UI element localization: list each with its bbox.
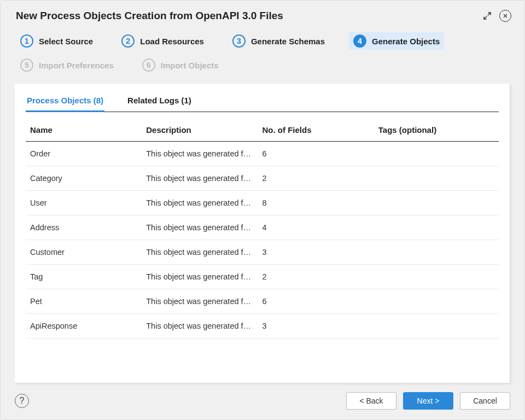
col-description[interactable]: Description xyxy=(146,125,262,135)
content-card: Process Objects (8) Related Logs (1) Nam… xyxy=(15,84,510,383)
cancel-button[interactable]: Cancel xyxy=(460,392,510,410)
tab-related-logs[interactable]: Related Logs (1) xyxy=(126,96,192,112)
step-label: Generate Objects xyxy=(372,37,440,46)
cell-name: Order xyxy=(30,149,146,158)
col-tags[interactable]: Tags (optional) xyxy=(378,125,494,135)
dialog-title: New Process Objects Creation from OpenAP… xyxy=(16,10,283,22)
cell-description: This object was generated fro... xyxy=(146,174,262,183)
step-generate-objects[interactable]: 4 Generate Objects xyxy=(349,32,444,50)
cell-name: Pet xyxy=(30,297,146,306)
cell-name: ApiResponse xyxy=(30,322,146,330)
cell-name: Address xyxy=(30,223,146,232)
table-row[interactable]: AddressThis object was generated fro...4 xyxy=(26,215,499,240)
wizard-steps: 1 Select Source 2 Load Resources 3 Gener… xyxy=(1,29,524,84)
cell-fields: 8 xyxy=(262,199,378,207)
cell-fields: 2 xyxy=(262,272,378,281)
cell-fields: 6 xyxy=(262,297,378,306)
tabs: Process Objects (8) Related Logs (1) xyxy=(26,96,499,112)
table-row[interactable]: TagThis object was generated fro...2 xyxy=(26,265,499,289)
tab-process-objects[interactable]: Process Objects (8) xyxy=(26,96,104,112)
cell-description: This object was generated fro... xyxy=(146,322,262,330)
cell-fields: 3 xyxy=(262,248,378,256)
cell-fields: 6 xyxy=(262,149,378,158)
wizard-dialog: New Process Objects Creation from OpenAP… xyxy=(0,0,525,420)
col-name[interactable]: Name xyxy=(30,125,146,135)
expand-icon[interactable] xyxy=(481,9,494,22)
next-button[interactable]: Next > xyxy=(403,392,453,410)
help-icon[interactable]: ? xyxy=(15,394,29,408)
step-label: Import Preferences xyxy=(39,61,114,70)
cell-name: User xyxy=(30,199,146,207)
cell-name: Category xyxy=(30,174,146,183)
cell-description: This object was generated fro... xyxy=(146,248,262,256)
footer-actions: < Back Next > Cancel xyxy=(346,392,510,410)
step-import-objects: 6 Import Objects xyxy=(138,56,223,74)
objects-table: Name Description No. of Fields Tags (opt… xyxy=(26,119,499,339)
cell-description: This object was generated fro... xyxy=(146,223,262,232)
step-import-preferences: 5 Import Preferences xyxy=(16,56,118,74)
step-num: 5 xyxy=(20,59,33,72)
step-num: 1 xyxy=(20,34,33,48)
dialog-footer: ? < Back Next > Cancel xyxy=(1,383,524,419)
step-label: Generate Schemas xyxy=(251,37,325,46)
cell-description: This object was generated fro... xyxy=(146,297,262,306)
table-row[interactable]: CustomerThis object was generated fro...… xyxy=(26,240,499,265)
table-row[interactable]: ApiResponseThis object was generated fro… xyxy=(26,314,499,339)
step-load-resources[interactable]: 2 Load Resources xyxy=(117,32,208,50)
step-label: Select Source xyxy=(39,37,93,46)
table-row[interactable]: OrderThis object was generated fro...6 xyxy=(26,142,499,166)
step-generate-schemas[interactable]: 3 Generate Schemas xyxy=(228,32,329,50)
table-row[interactable]: PetThis object was generated fro...6 xyxy=(26,289,499,314)
cell-fields: 2 xyxy=(262,174,378,183)
step-label: Load Resources xyxy=(140,37,204,46)
table-row[interactable]: CategoryThis object was generated fro...… xyxy=(26,166,499,191)
dialog-header: New Process Objects Creation from OpenAP… xyxy=(1,1,524,29)
step-num: 3 xyxy=(232,34,246,48)
cell-name: Tag xyxy=(30,272,146,281)
step-num: 2 xyxy=(121,34,135,48)
cell-description: This object was generated fro... xyxy=(146,272,262,281)
step-num: 4 xyxy=(353,34,366,48)
step-label: Import Objects xyxy=(161,61,219,70)
cell-fields: 4 xyxy=(262,223,378,232)
table-row[interactable]: UserThis object was generated fro...8 xyxy=(26,191,499,215)
step-num: 6 xyxy=(142,59,155,72)
header-controls xyxy=(481,9,511,22)
close-icon[interactable] xyxy=(499,10,511,22)
step-select-source[interactable]: 1 Select Source xyxy=(16,32,97,50)
cell-fields: 3 xyxy=(262,322,378,330)
cell-description: This object was generated fro... xyxy=(146,199,262,207)
table-header-row: Name Description No. of Fields Tags (opt… xyxy=(26,119,499,142)
back-button[interactable]: < Back xyxy=(346,392,396,410)
cell-name: Customer xyxy=(30,248,146,256)
cell-description: This object was generated fro... xyxy=(146,149,262,158)
col-fields[interactable]: No. of Fields xyxy=(262,125,378,135)
